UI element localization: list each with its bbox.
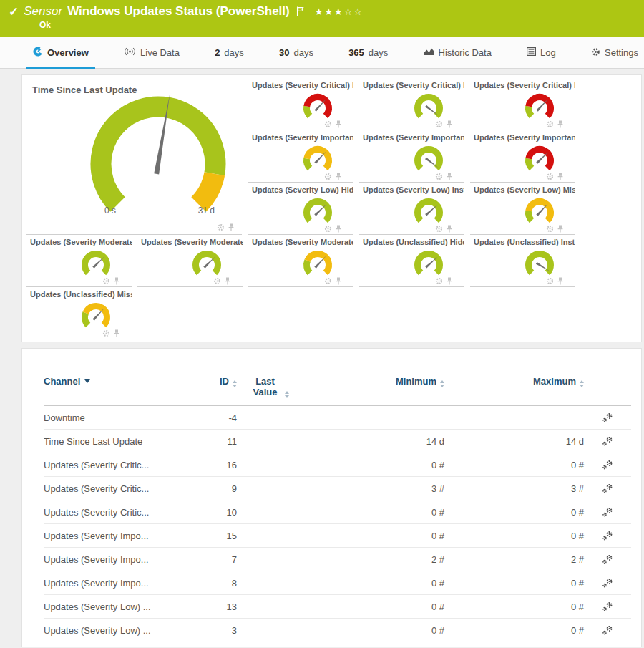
historic-data-chart-icon xyxy=(424,47,434,58)
pin-icon[interactable] xyxy=(446,173,453,180)
tab-overview[interactable]: Overview xyxy=(33,37,89,68)
column-header-minimum[interactable]: Minimum xyxy=(301,374,444,406)
id-cell: 10 xyxy=(183,500,237,524)
table-row[interactable]: Updates (Severity Critic... 10 0 # 0 # xyxy=(44,500,631,524)
gauge-title: Updates (Severity Low) Install... xyxy=(359,183,464,194)
gauge-settings-gear-icon[interactable] xyxy=(102,277,110,285)
tab-log[interactable]: Log xyxy=(527,37,556,68)
gauge-title: Updates (Unclassified) Hidden xyxy=(359,235,464,246)
gauge-title: Updates (Severity Critical) Hi... xyxy=(248,78,353,90)
tab-settings[interactable]: Settings xyxy=(591,37,638,68)
pin-icon[interactable] xyxy=(446,225,453,233)
channel-settings-gears-icon[interactable] xyxy=(602,483,614,494)
gauge-settings-gear-icon[interactable] xyxy=(324,120,332,128)
object-kind-label: Sensor xyxy=(24,4,62,19)
table-row[interactable]: Updates (Severity Low) ... 3 0 # 0 # xyxy=(44,619,631,642)
tab-label: Log xyxy=(540,47,556,58)
gauge-settings-gear-icon[interactable] xyxy=(546,173,554,180)
channel-settings-gears-icon[interactable] xyxy=(602,578,614,589)
pin-icon[interactable] xyxy=(228,223,235,231)
pin-icon[interactable] xyxy=(335,120,342,128)
gauge-settings-gear-icon[interactable] xyxy=(324,173,332,180)
column-header-last-value[interactable]: Last Value xyxy=(237,374,301,406)
gauge-settings-gear-icon[interactable] xyxy=(213,277,221,285)
pin-icon[interactable] xyxy=(557,173,564,180)
channel-settings-gears-icon[interactable] xyxy=(602,531,614,541)
pin-icon[interactable] xyxy=(557,120,564,128)
sort-icon xyxy=(580,380,584,387)
table-row[interactable]: Time Since Last Update 11 14 d 14 d xyxy=(44,430,631,453)
table-row[interactable]: Downtime -4 xyxy=(44,406,631,430)
tab-2-days[interactable]: 2 days xyxy=(215,37,244,68)
tab-live-data[interactable]: Live Data xyxy=(124,37,180,68)
table-row[interactable]: Updates (Severity Critic... 16 0 # 0 # xyxy=(44,453,631,477)
channel-gauge xyxy=(298,247,338,279)
tab-365-days[interactable]: 365 days xyxy=(348,37,388,68)
sort-icon xyxy=(440,380,444,387)
channel-gauge xyxy=(409,247,449,279)
pin-icon[interactable] xyxy=(446,277,453,285)
gauge-settings-gear-icon[interactable] xyxy=(546,120,554,128)
pin-icon[interactable] xyxy=(557,225,564,233)
tab-label: Historic Data xyxy=(439,47,492,58)
gauge-settings-gear-icon[interactable] xyxy=(435,173,443,180)
gauge-title: Updates (Severity Moderate) ... xyxy=(26,235,132,246)
pin-icon[interactable] xyxy=(113,329,120,337)
tile-actions xyxy=(546,173,564,180)
id-cell: 7 xyxy=(183,548,237,571)
channel-settings-gears-icon[interactable] xyxy=(602,412,614,423)
gauge-max-label: 31 d xyxy=(198,205,215,216)
tab-label: days xyxy=(224,47,243,58)
pin-icon[interactable] xyxy=(335,173,342,180)
column-header-id[interactable]: ID xyxy=(183,374,237,406)
gauge-title: Updates (Severity Important) ... xyxy=(470,130,575,142)
gauge-title: Updates (Severity Critical) Mi... xyxy=(470,78,575,90)
channel-settings-gears-icon[interactable] xyxy=(602,460,614,470)
gauge-settings-gear-icon[interactable] xyxy=(435,225,443,233)
time-since-last-update-gauge xyxy=(83,95,233,203)
channel-cell: Updates (Severity Low) ... xyxy=(44,619,183,642)
priority-flag-icon[interactable] xyxy=(296,6,304,16)
channel-settings-gears-icon[interactable] xyxy=(602,601,614,612)
channel-gauge xyxy=(519,90,560,122)
pin-icon[interactable] xyxy=(557,277,564,285)
pin-icon[interactable] xyxy=(335,225,342,233)
gauge-tile: Updates (Severity Critical) Hi... xyxy=(248,78,353,130)
table-row[interactable]: Updates (Severity Critic... 9 3 # 3 # xyxy=(44,477,631,500)
last-value-cell xyxy=(237,571,301,595)
table-row[interactable]: Updates (Severity Impo... 15 0 # 0 # xyxy=(44,524,631,548)
tab-30-days[interactable]: 30 days xyxy=(279,37,313,68)
gauge-settings-gear-icon[interactable] xyxy=(217,223,225,231)
gauge-settings-gear-icon[interactable] xyxy=(324,277,332,285)
table-row[interactable]: Updates (Severity Impo... 8 0 # 0 # xyxy=(44,571,631,595)
gauge-tile: Updates (Severity Low) Missi... xyxy=(470,183,575,235)
tab-historic-data[interactable]: Historic Data xyxy=(424,37,492,68)
gauge-settings-gear-icon[interactable] xyxy=(435,277,443,285)
column-header-maximum[interactable]: Maximum xyxy=(444,374,584,406)
channel-settings-gears-icon[interactable] xyxy=(602,625,614,636)
gauge-settings-gear-icon[interactable] xyxy=(546,225,554,233)
last-value-cell xyxy=(237,500,301,524)
channel-settings-gears-icon[interactable] xyxy=(602,436,614,447)
channel-settings-gears-icon[interactable] xyxy=(602,554,614,565)
table-row[interactable]: Updates (Severity Impo... 7 2 # 2 # xyxy=(44,548,631,571)
gauge-title: Updates (Severity Important) ... xyxy=(359,130,464,142)
priority-stars[interactable]: ★★★☆☆ xyxy=(315,6,364,17)
pin-icon[interactable] xyxy=(446,120,453,128)
gauge-settings-gear-icon[interactable] xyxy=(546,277,554,285)
minimum-cell: 0 # xyxy=(301,619,444,642)
pin-icon[interactable] xyxy=(113,277,120,285)
tab-number: 30 xyxy=(279,47,289,58)
column-header-channel[interactable]: Channel xyxy=(44,374,183,406)
gauge-settings-gear-icon[interactable] xyxy=(102,329,110,337)
pin-icon[interactable] xyxy=(335,277,342,285)
channel-settings-gears-icon[interactable] xyxy=(602,507,614,518)
gauge-title: Updates (Unclassified) Missing xyxy=(26,287,132,299)
table-row[interactable]: Updates (Severity Low) ... 13 0 # 0 # xyxy=(44,595,631,619)
gauge-title: Updates (Severity Moderate) I... xyxy=(137,235,243,246)
gauge-settings-gear-icon[interactable] xyxy=(324,225,332,233)
gauge-settings-gear-icon[interactable] xyxy=(435,120,443,128)
tab-number: 365 xyxy=(348,47,364,58)
maximum-cell: 0 # xyxy=(444,571,584,595)
pin-icon[interactable] xyxy=(224,277,231,285)
